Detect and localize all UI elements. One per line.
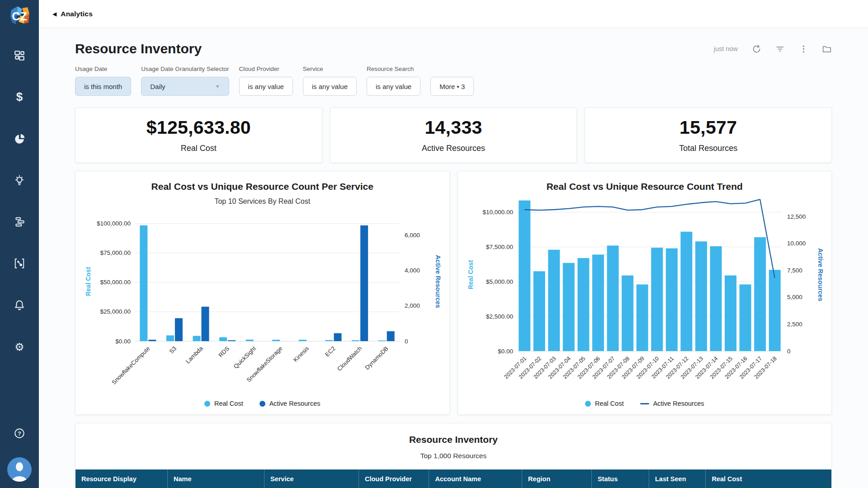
chart-title: Real Cost vs Unique Resource Count Trend [458, 181, 832, 192]
column-header-last-seen[interactable]: Last Seen [649, 469, 706, 488]
help-icon[interactable]: ? [14, 427, 25, 439]
filter-usage-date[interactable]: is this month [75, 77, 131, 96]
column-header-name[interactable]: Name [168, 469, 264, 488]
table-header-row: Resource DisplayNameServiceCloud Provide… [75, 469, 831, 488]
bar[interactable] [695, 241, 707, 351]
bar[interactable] [193, 336, 201, 341]
dashboard-icon[interactable] [14, 50, 25, 61]
filter-icon[interactable] [775, 44, 785, 54]
pie-chart-icon[interactable] [14, 133, 25, 145]
bar[interactable] [273, 340, 280, 341]
bar[interactable] [246, 340, 254, 341]
bar[interactable] [219, 337, 227, 341]
refresh-icon[interactable] [751, 44, 761, 54]
cloudzero-logo[interactable]: CZ [7, 4, 32, 31]
bar[interactable] [725, 276, 736, 351]
table-title: Resource Inventory [75, 434, 831, 445]
legend-label: Real Cost [595, 400, 624, 407]
filter-more[interactable]: More • 3 [430, 77, 474, 96]
chart-subtitle: Top 10 Services By Real Cost [75, 197, 449, 206]
right-axis-tick: 5,000 [787, 294, 802, 300]
legend-label: Active Resources [653, 400, 704, 407]
bar[interactable] [228, 340, 236, 341]
right-axis-tick: 7,500 [787, 267, 802, 274]
back-to-analytics-button[interactable]: ◀ Analytics [52, 10, 93, 18]
filter-bar: Usage Dateis this monthUsage Date Granul… [75, 66, 832, 96]
left-axis-tick: $2,500.00 [486, 313, 513, 320]
bar[interactable] [326, 340, 333, 341]
filter-label: Usage Date Granularity Selector [141, 66, 229, 73]
legend-label: Active Resources [269, 400, 321, 407]
bar[interactable] [166, 335, 174, 341]
svg-text:?: ? [18, 430, 21, 437]
right-axis-tick: 0 [405, 338, 408, 345]
bar[interactable] [299, 340, 307, 341]
services-bar-chart[interactable]: $0.00$25,000.00$50,000.00$75,000.00$100,… [81, 206, 443, 395]
lightbulb-icon[interactable] [14, 174, 25, 186]
filter-service[interactable]: is any value [303, 77, 357, 96]
filter-label: Cloud Provider [239, 66, 293, 73]
bar[interactable] [563, 263, 575, 351]
bar[interactable] [519, 201, 530, 351]
svg-text:CZ: CZ [12, 10, 27, 23]
left-axis-tick: $100,000.00 [97, 220, 131, 227]
column-header-cloud-provider[interactable]: Cloud Provider [359, 469, 429, 488]
column-header-real-cost[interactable]: Real Cost [706, 469, 831, 488]
folder-icon[interactable] [822, 44, 832, 54]
bar[interactable] [710, 246, 722, 351]
bar[interactable] [378, 340, 386, 341]
column-header-status[interactable]: Status [592, 469, 649, 488]
user-avatar[interactable] [7, 457, 32, 483]
bar[interactable] [334, 333, 342, 341]
bar[interactable] [387, 331, 395, 341]
bar[interactable] [202, 307, 209, 341]
connection-icon[interactable] [14, 258, 25, 269]
filter-cloud-provider[interactable]: is any value [239, 77, 293, 96]
gear-icon[interactable]: ⚙ [14, 341, 25, 352]
bar[interactable] [769, 270, 780, 351]
legend-item-real-cost[interactable]: Real Cost [585, 400, 624, 407]
bar[interactable] [175, 318, 183, 341]
column-header-service[interactable]: Service [264, 469, 359, 488]
bell-icon[interactable] [14, 299, 25, 311]
bar[interactable] [352, 340, 359, 341]
filter-value: More • 3 [439, 83, 465, 90]
column-header-region[interactable]: Region [522, 469, 592, 488]
filter-label: Service [303, 66, 357, 73]
trend-bar-line-chart[interactable]: $0.00$2,500.00$5,000.00$7,500.00$10,000.… [464, 192, 826, 386]
dollar-icon[interactable]: $ [14, 91, 25, 103]
bar[interactable] [577, 258, 589, 351]
trend-line[interactable] [524, 199, 774, 278]
kpi-value: $125,633.80 [146, 117, 251, 138]
svg-text:⚙: ⚙ [14, 341, 24, 352]
bar[interactable] [739, 285, 751, 351]
right-axis-tick: 0 [787, 348, 791, 355]
right-axis-label: Active Resources [434, 255, 442, 308]
bar[interactable] [622, 276, 633, 351]
bar[interactable] [680, 232, 692, 351]
legend-line-swatch [640, 403, 649, 404]
bar[interactable] [360, 225, 368, 341]
legend-item-active-resources[interactable]: Active Resources [259, 400, 321, 407]
bar[interactable] [548, 250, 560, 351]
bar[interactable] [149, 340, 156, 341]
bar[interactable] [636, 285, 648, 351]
legend-item-real-cost[interactable]: Real Cost [204, 400, 243, 407]
bar[interactable] [533, 271, 545, 351]
column-header-resource-display[interactable]: Resource Display [75, 469, 168, 488]
bar[interactable] [592, 254, 604, 351]
list-icon[interactable] [14, 216, 25, 228]
filter-value: is this month [84, 83, 122, 90]
left-axis-tick: $0.00 [115, 338, 131, 345]
filter-value: is any value [376, 83, 411, 90]
column-header-account-name[interactable]: Account Name [429, 469, 522, 488]
bar[interactable] [754, 237, 766, 351]
filter-resource-search[interactable]: is any value [367, 77, 420, 96]
filter-usage-date-granularity-selector[interactable]: Daily▼ [141, 77, 229, 96]
kebab-menu-icon[interactable] [798, 44, 808, 54]
bar[interactable] [651, 248, 663, 351]
legend-item-active-resources[interactable]: Active Resources [640, 400, 704, 407]
bar[interactable] [140, 225, 148, 341]
bar[interactable] [666, 249, 678, 351]
bar[interactable] [607, 245, 618, 351]
